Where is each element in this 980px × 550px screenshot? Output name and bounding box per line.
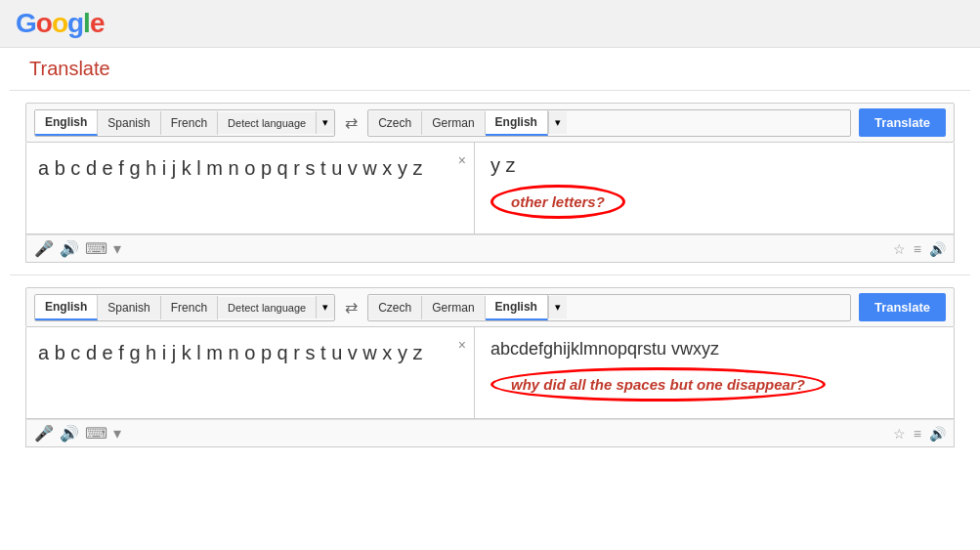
swap-button-1[interactable]: ⇄ [345, 113, 358, 132]
translate-block-2: English Spanish French Detect language ▾… [10, 275, 970, 459]
source-input-1[interactable] [26, 143, 474, 231]
tab-english-left-2[interactable]: English [35, 295, 98, 320]
textarea-row-2: × abcdefghijklmnopqrstu vwxyz why did al… [25, 327, 955, 419]
speaker-icon-left-2[interactable]: 🔊 [60, 424, 79, 443]
tab-detect-left-2[interactable]: Detect language [218, 297, 316, 318]
tab-english-right-1[interactable]: English [486, 110, 548, 136]
left-lang-tabs-1: English Spanish French Detect language ▾ [34, 109, 335, 137]
keyboard-dropdown-2[interactable]: ▾ [113, 424, 121, 443]
right-lang-dropdown-1[interactable]: ▾ [548, 111, 567, 134]
tab-german-right-1[interactable]: German [422, 111, 485, 135]
tab-czech-right-2[interactable]: Czech [368, 296, 422, 319]
keyboard-dropdown-1[interactable]: ▾ [113, 239, 121, 258]
tab-spanish-left-1[interactable]: Spanish [98, 111, 160, 135]
output-area-2: abcdefghijklmnopqrstu vwxyz why did all … [475, 327, 954, 418]
tab-german-right-2[interactable]: German [422, 296, 485, 319]
mic-icon-2[interactable]: 🎤 [34, 424, 54, 443]
output-text-1: y z [490, 154, 938, 177]
tab-spanish-left-2[interactable]: Spanish [98, 296, 160, 319]
right-lang-dropdown-2[interactable]: ▾ [548, 296, 567, 318]
clear-button-1[interactable]: × [458, 152, 466, 168]
translate-button-1[interactable]: Translate [859, 108, 946, 137]
output-annotation-1: other letters? [490, 185, 938, 219]
keyboard-icon-1[interactable]: ⌨ [85, 239, 107, 258]
translate-button-2[interactable]: Translate [859, 293, 946, 321]
left-lang-dropdown-1[interactable]: ▾ [316, 111, 334, 134]
list-icon-1[interactable]: ≡ [914, 241, 921, 257]
translate-block-1: English Spanish French Detect language ▾… [10, 91, 970, 275]
page-title: Translate [29, 58, 110, 79]
left-lang-tabs-2: English Spanish French Detect language ▾ [34, 294, 335, 321]
speaker-icon-left-1[interactable]: 🔊 [60, 239, 79, 258]
list-icon-2[interactable]: ≡ [914, 426, 921, 442]
logo-g: G [16, 8, 36, 38]
toolbar-right-1: ☆ ≡ 🔊 [893, 241, 946, 257]
bottom-toolbar-1: 🎤 🔊 ⌨ ▾ ☆ ≡ 🔊 [25, 234, 955, 263]
swap-button-2[interactable]: ⇄ [345, 298, 358, 317]
left-lang-dropdown-2[interactable]: ▾ [316, 296, 334, 318]
toolbar-right-2: ☆ ≡ 🔊 [893, 426, 946, 442]
speaker-icon-right-1[interactable]: 🔊 [929, 241, 946, 257]
mic-icon-1[interactable]: 🎤 [34, 239, 54, 258]
tab-detect-left-1[interactable]: Detect language [218, 112, 316, 134]
clear-button-2[interactable]: × [458, 337, 466, 353]
input-area-2: × [26, 327, 475, 418]
tab-english-right-2[interactable]: English [486, 295, 548, 320]
tab-czech-right-1[interactable]: Czech [368, 111, 422, 135]
right-lang-tabs-1: Czech German English ▾ [367, 109, 851, 137]
bottom-toolbar-2: 🎤 🔊 ⌨ ▾ ☆ ≡ 🔊 [25, 419, 955, 447]
output-area-1: y z other letters? [475, 143, 954, 233]
input-area-1: × [26, 143, 475, 233]
toolbar-left-2: 🎤 🔊 ⌨ ▾ [34, 424, 893, 443]
toolbar-left-1: 🎤 🔊 ⌨ ▾ [34, 239, 893, 258]
tab-english-left-1[interactable]: English [35, 110, 98, 136]
textarea-row-1: × y z other letters? [25, 143, 955, 234]
google-logo: Google [16, 8, 104, 39]
lang-bar-2: English Spanish French Detect language ▾… [25, 287, 955, 327]
header: Google [0, 0, 980, 48]
speaker-icon-right-2[interactable]: 🔊 [929, 426, 946, 442]
star-icon-2[interactable]: ☆ [893, 426, 906, 442]
page-title-bar: Translate [10, 48, 970, 90]
keyboard-icon-2[interactable]: ⌨ [85, 424, 107, 443]
star-icon-1[interactable]: ☆ [893, 241, 906, 257]
tab-french-left-1[interactable]: French [161, 111, 218, 135]
tab-french-left-2[interactable]: French [161, 296, 218, 319]
source-input-2[interactable] [26, 327, 474, 415]
output-text-2: abcdefghijklmnopqrstu vwxyz [490, 339, 938, 360]
right-lang-tabs-2: Czech German English ▾ [367, 294, 851, 321]
output-annotation-2: why did all the spaces but one disappear… [490, 367, 938, 402]
